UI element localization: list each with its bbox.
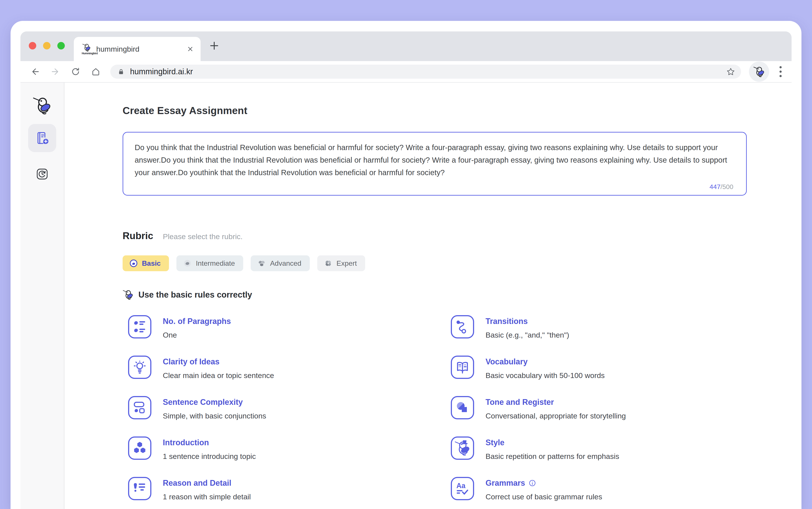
level-button-expert[interactable]: Expert [317, 256, 365, 271]
cubes-icon [128, 437, 151, 460]
tab-strip: Hummingbird hummingbird [21, 31, 791, 61]
create-assignment-icon [35, 131, 49, 145]
rubric-item-desc: Clear main idea or topic sentence [163, 371, 274, 380]
advanced-level-icon [257, 259, 266, 268]
paragraphs-icon [128, 315, 151, 338]
rubric-item-title[interactable]: No. of Paragraphs [163, 316, 231, 327]
page-title: Create Essay Assignment [122, 105, 748, 116]
info-icon[interactable] [529, 479, 536, 487]
window-close-button[interactable] [29, 42, 36, 49]
bird-with-hat-icon [451, 437, 474, 460]
history-clock-icon [35, 167, 49, 181]
sidebar-item-history[interactable] [28, 164, 56, 184]
rubric-section-heading: Use the basic rules correctly [138, 290, 252, 300]
rubric-item-title[interactable]: Introduction [163, 437, 256, 448]
browser-toolbar: hummingbird.ai.kr [21, 61, 791, 82]
char-counter: 447/500 [710, 183, 733, 191]
rubric-item-introduction: Introduction 1 sentence introducing topi… [128, 437, 451, 477]
essay-prompt-input[interactable]: Do you think that the Industrial Revolut… [122, 132, 747, 196]
rubric-item-paragraphs: No. of Paragraphs One [128, 315, 451, 355]
rubric-item-tone-register: Tone and Register Conversational, approp… [451, 396, 626, 437]
exclamation-list-icon [128, 477, 151, 500]
rubric-item-style: Style Basic repetition or patterns for e… [451, 437, 626, 477]
reload-icon [71, 67, 80, 76]
rubric-item-title[interactable]: Sentence Complexity [163, 397, 266, 407]
sidebar-item-create-assignment[interactable] [28, 124, 56, 152]
svg-text:Aa: Aa [456, 482, 465, 490]
basic-level-icon [129, 259, 138, 268]
bookmark-star-icon[interactable] [726, 67, 735, 76]
rubric-item-desc: Correct use of basic grammar rules [486, 492, 602, 502]
profile-avatar[interactable] [749, 62, 769, 82]
level-button-basic[interactable]: Basic [122, 256, 169, 271]
browser-window: Hummingbird hummingbird [10, 21, 802, 509]
rubric-item-grammars: Aa Grammars [451, 477, 626, 509]
rubric-grid: No. of Paragraphs One [122, 315, 748, 509]
rubric-item-desc: Basic (e.g., "and," "then") [486, 330, 569, 340]
app-content: Create Essay Assignment Do you think tha… [21, 82, 791, 509]
back-icon [30, 67, 40, 76]
rubric-level-selector: Basic Intermediate [122, 256, 748, 271]
secure-lock-icon [118, 68, 125, 75]
browser-chrome: Hummingbird hummingbird [21, 31, 791, 509]
forward-icon [50, 67, 60, 76]
rubric-item-desc: 1 sentence introducing topic [163, 451, 256, 461]
route-icon [451, 315, 474, 338]
rubric-item-clarity: Clarity of Ideas Clear main idea or topi… [128, 355, 451, 396]
rubric-item-transitions: Transitions Basic (e.g., "and," "then") [451, 315, 626, 355]
rubric-item-desc: Simple, with basic conjunctions [163, 411, 266, 421]
url-bar[interactable]: hummingbird.ai.kr [110, 65, 741, 79]
window-controls [29, 42, 65, 49]
intermediate-level-icon [183, 259, 192, 268]
favicon-caption: Hummingbird [82, 52, 92, 55]
home-icon [91, 67, 101, 76]
shapes-icon [451, 396, 474, 419]
rubric-hint: Please select the rubric. [163, 232, 243, 241]
grammar-check-icon: Aa [451, 477, 474, 500]
essay-prompt-text[interactable]: Do you think that the Industrial Revolut… [135, 141, 735, 179]
home-button[interactable] [89, 65, 103, 79]
hummingbird-avatar-icon [753, 66, 765, 77]
back-button[interactable] [28, 65, 42, 79]
rubric-label: Rubric [122, 230, 153, 241]
rubric-item-desc: Conversational, appropriate for storytel… [486, 411, 626, 421]
rubric-item-vocabulary: Vocabulary Basic vocabulary with 50-100 … [451, 355, 626, 396]
open-book-icon [451, 355, 474, 379]
rubric-item-title[interactable]: Style [486, 437, 619, 448]
window-minimize-button[interactable] [43, 42, 50, 49]
rubric-item-desc: 1 reason with simple detail [163, 492, 251, 502]
lightbulb-icon [128, 355, 151, 379]
url-text[interactable]: hummingbird.ai.kr [130, 67, 726, 76]
kebab-menu-icon [779, 66, 782, 78]
reload-button[interactable] [69, 65, 82, 79]
forward-button[interactable] [48, 65, 62, 79]
rubric-item-sentence-complexity: Sentence Complexity Simple, with basic c… [128, 396, 451, 437]
expert-level-icon [324, 259, 332, 268]
rubric-item-reason-detail: Reason and Detail 1 reason with simple d… [128, 477, 451, 509]
rubric-item-title[interactable]: Tone and Register [486, 397, 626, 407]
rubric-item-desc: Basic repetition or patterns for emphasi… [486, 451, 619, 461]
window-maximize-button[interactable] [57, 42, 65, 49]
tab-close-icon[interactable] [186, 45, 194, 53]
desktop-background: Hummingbird hummingbird [0, 0, 812, 509]
hummingbird-logo-icon [33, 96, 52, 115]
rubric-item-desc: Basic vocabulary with 50-100 words [486, 371, 605, 380]
browser-menu-button[interactable] [775, 65, 786, 79]
main-panel: Create Essay Assignment Do you think tha… [64, 82, 791, 509]
browser-tab[interactable]: Hummingbird hummingbird [74, 37, 201, 61]
rubric-item-title[interactable]: Grammars [486, 478, 525, 488]
rubric-item-desc: One [163, 330, 231, 340]
rubric-item-title[interactable]: Clarity of Ideas [163, 357, 274, 367]
rubric-item-title[interactable]: Transitions [486, 316, 569, 327]
layout-blocks-icon [128, 396, 151, 419]
hummingbird-section-icon [122, 289, 134, 300]
sidebar [21, 82, 64, 509]
level-button-intermediate[interactable]: Intermediate [176, 256, 243, 271]
new-tab-button[interactable] [209, 40, 220, 52]
tab-title: hummingbird [96, 45, 186, 54]
rubric-item-title[interactable]: Reason and Detail [163, 478, 251, 488]
hummingbird-favicon: Hummingbird [82, 43, 92, 55]
level-button-advanced[interactable]: Advanced [251, 256, 310, 271]
rubric-item-title[interactable]: Vocabulary [486, 357, 605, 367]
